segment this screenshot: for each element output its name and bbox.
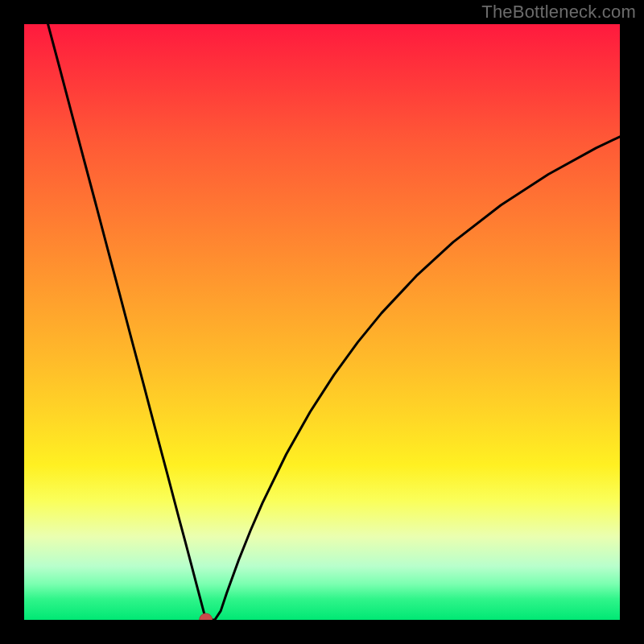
watermark-text: TheBottleneck.com [481, 2, 636, 23]
bottleneck-curve [48, 24, 620, 620]
optimum-marker [200, 613, 213, 620]
curve-svg [24, 24, 620, 620]
plot-area [24, 24, 620, 620]
chart-frame: TheBottleneck.com [0, 0, 644, 644]
